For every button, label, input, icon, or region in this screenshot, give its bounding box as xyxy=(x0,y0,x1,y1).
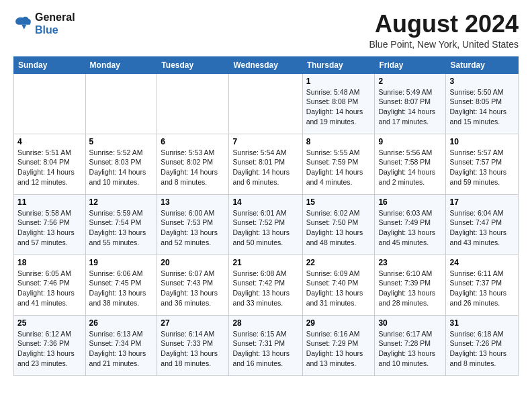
day-info: Sunrise: 5:49 AM Sunset: 8:07 PM Dayligh… xyxy=(378,87,442,127)
day-info: Sunrise: 6:07 AM Sunset: 7:43 PM Dayligh… xyxy=(161,269,225,308)
day-info: Sunrise: 5:55 AM Sunset: 7:59 PM Dayligh… xyxy=(306,148,371,187)
calendar-cell: 19Sunrise: 6:06 AM Sunset: 7:45 PM Dayli… xyxy=(85,255,157,315)
day-number: 21 xyxy=(232,258,298,267)
day-info: Sunrise: 5:59 AM Sunset: 7:54 PM Dayligh… xyxy=(89,208,154,248)
day-number: 6 xyxy=(161,137,225,146)
calendar-cell xyxy=(157,73,229,134)
calendar-cell: 15Sunrise: 6:02 AM Sunset: 7:50 PM Dayli… xyxy=(302,194,375,255)
day-number: 7 xyxy=(232,137,298,146)
day-number: 27 xyxy=(161,318,225,328)
calendar-cell: 10Sunrise: 5:57 AM Sunset: 7:57 PM Dayli… xyxy=(446,134,519,194)
calendar-cell: 9Sunrise: 5:56 AM Sunset: 7:58 PM Daylig… xyxy=(375,134,446,194)
day-info: Sunrise: 5:50 AM Sunset: 8:05 PM Dayligh… xyxy=(449,87,515,127)
day-info: Sunrise: 5:48 AM Sunset: 8:08 PM Dayligh… xyxy=(306,87,371,127)
calendar-cell: 21Sunrise: 6:08 AM Sunset: 7:42 PM Dayli… xyxy=(229,255,302,315)
day-number: 16 xyxy=(378,197,442,207)
day-number: 15 xyxy=(306,197,371,207)
location: Blue Point, New York, United States xyxy=(369,39,519,50)
logo-general: General xyxy=(35,11,75,24)
calendar-cell: 20Sunrise: 6:07 AM Sunset: 7:43 PM Dayli… xyxy=(157,255,229,315)
day-number: 3 xyxy=(449,77,515,86)
col-header-wednesday: Wednesday xyxy=(229,56,302,73)
day-number: 5 xyxy=(89,137,154,146)
day-info: Sunrise: 6:12 AM Sunset: 7:36 PM Dayligh… xyxy=(17,329,82,369)
day-number: 8 xyxy=(306,137,371,146)
day-info: Sunrise: 5:53 AM Sunset: 8:02 PM Dayligh… xyxy=(161,148,225,187)
day-info: Sunrise: 5:54 AM Sunset: 8:01 PM Dayligh… xyxy=(232,148,298,187)
day-info: Sunrise: 6:00 AM Sunset: 7:53 PM Dayligh… xyxy=(161,208,225,248)
day-number: 9 xyxy=(378,137,442,146)
day-number: 24 xyxy=(449,258,515,267)
logo-icon xyxy=(13,14,32,33)
day-number: 17 xyxy=(449,197,515,207)
logo-blue: Blue xyxy=(35,24,75,36)
calendar-cell: 3Sunrise: 5:50 AM Sunset: 8:05 PM Daylig… xyxy=(446,73,519,134)
calendar-cell: 25Sunrise: 6:12 AM Sunset: 7:36 PM Dayli… xyxy=(14,315,86,375)
day-info: Sunrise: 6:11 AM Sunset: 7:37 PM Dayligh… xyxy=(449,269,515,308)
day-number: 12 xyxy=(89,197,154,207)
day-number: 26 xyxy=(89,318,154,328)
day-info: Sunrise: 6:05 AM Sunset: 7:46 PM Dayligh… xyxy=(17,269,82,308)
calendar-week-5: 25Sunrise: 6:12 AM Sunset: 7:36 PM Dayli… xyxy=(14,315,519,375)
calendar-cell: 12Sunrise: 5:59 AM Sunset: 7:54 PM Dayli… xyxy=(85,194,157,255)
calendar-cell: 26Sunrise: 6:13 AM Sunset: 7:34 PM Dayli… xyxy=(85,315,157,375)
calendar-cell: 31Sunrise: 6:18 AM Sunset: 7:26 PM Dayli… xyxy=(446,315,519,375)
calendar-cell: 8Sunrise: 5:55 AM Sunset: 7:59 PM Daylig… xyxy=(302,134,375,194)
calendar-cell: 1Sunrise: 5:48 AM Sunset: 8:08 PM Daylig… xyxy=(302,73,375,134)
col-header-monday: Monday xyxy=(85,56,157,73)
calendar-cell: 30Sunrise: 6:17 AM Sunset: 7:28 PM Dayli… xyxy=(375,315,446,375)
day-number: 14 xyxy=(232,197,298,207)
calendar-cell: 27Sunrise: 6:14 AM Sunset: 7:33 PM Dayli… xyxy=(157,315,229,375)
day-number: 2 xyxy=(378,77,442,86)
day-info: Sunrise: 6:13 AM Sunset: 7:34 PM Dayligh… xyxy=(89,329,154,369)
day-number: 19 xyxy=(89,258,154,267)
day-info: Sunrise: 6:09 AM Sunset: 7:40 PM Dayligh… xyxy=(306,269,371,308)
day-number: 30 xyxy=(378,318,442,328)
col-header-friday: Friday xyxy=(375,56,446,73)
day-info: Sunrise: 6:15 AM Sunset: 7:31 PM Dayligh… xyxy=(232,329,298,369)
day-number: 18 xyxy=(17,258,82,267)
month-title: August 2024 xyxy=(369,11,519,38)
calendar-cell: 17Sunrise: 6:04 AM Sunset: 7:47 PM Dayli… xyxy=(446,194,519,255)
day-info: Sunrise: 6:16 AM Sunset: 7:29 PM Dayligh… xyxy=(306,329,371,369)
calendar-cell: 18Sunrise: 6:05 AM Sunset: 7:46 PM Dayli… xyxy=(14,255,86,315)
col-header-thursday: Thursday xyxy=(302,56,375,73)
page-header: General Blue August 2024 Blue Point, New… xyxy=(13,11,519,50)
day-info: Sunrise: 5:51 AM Sunset: 8:04 PM Dayligh… xyxy=(17,148,82,187)
day-number: 1 xyxy=(306,77,371,86)
day-info: Sunrise: 6:10 AM Sunset: 7:39 PM Dayligh… xyxy=(378,269,442,308)
col-header-sunday: Sunday xyxy=(14,56,86,73)
day-info: Sunrise: 5:57 AM Sunset: 7:57 PM Dayligh… xyxy=(449,148,515,187)
calendar-week-3: 11Sunrise: 5:58 AM Sunset: 7:56 PM Dayli… xyxy=(14,194,519,255)
day-info: Sunrise: 5:56 AM Sunset: 7:58 PM Dayligh… xyxy=(378,148,442,187)
day-info: Sunrise: 6:14 AM Sunset: 7:33 PM Dayligh… xyxy=(161,329,225,369)
calendar-table: SundayMondayTuesdayWednesdayThursdayFrid… xyxy=(13,56,519,376)
day-number: 10 xyxy=(449,137,515,146)
calendar-cell: 6Sunrise: 5:53 AM Sunset: 8:02 PM Daylig… xyxy=(157,134,229,194)
day-info: Sunrise: 6:17 AM Sunset: 7:28 PM Dayligh… xyxy=(378,329,442,369)
day-number: 23 xyxy=(378,258,442,267)
calendar-cell: 24Sunrise: 6:11 AM Sunset: 7:37 PM Dayli… xyxy=(446,255,519,315)
col-header-saturday: Saturday xyxy=(446,56,519,73)
calendar-cell xyxy=(229,73,302,134)
day-number: 28 xyxy=(232,318,298,328)
calendar-week-1: 1Sunrise: 5:48 AM Sunset: 8:08 PM Daylig… xyxy=(14,73,519,134)
title-block: August 2024 Blue Point, New York, United… xyxy=(369,11,519,50)
day-number: 25 xyxy=(17,318,82,328)
calendar-header-row: SundayMondayTuesdayWednesdayThursdayFrid… xyxy=(14,56,519,73)
day-number: 29 xyxy=(306,318,371,328)
day-number: 22 xyxy=(306,258,371,267)
calendar-cell: 5Sunrise: 5:52 AM Sunset: 8:03 PM Daylig… xyxy=(85,134,157,194)
calendar-cell: 2Sunrise: 5:49 AM Sunset: 8:07 PM Daylig… xyxy=(375,73,446,134)
day-number: 20 xyxy=(161,258,225,267)
calendar-cell: 23Sunrise: 6:10 AM Sunset: 7:39 PM Dayli… xyxy=(375,255,446,315)
day-info: Sunrise: 6:02 AM Sunset: 7:50 PM Dayligh… xyxy=(306,208,371,248)
day-info: Sunrise: 6:18 AM Sunset: 7:26 PM Dayligh… xyxy=(449,329,515,369)
day-info: Sunrise: 5:52 AM Sunset: 8:03 PM Dayligh… xyxy=(89,148,154,187)
calendar-cell: 4Sunrise: 5:51 AM Sunset: 8:04 PM Daylig… xyxy=(14,134,86,194)
day-number: 4 xyxy=(17,137,82,146)
logo: General Blue xyxy=(13,11,75,36)
day-info: Sunrise: 6:06 AM Sunset: 7:45 PM Dayligh… xyxy=(89,269,154,308)
calendar-cell: 28Sunrise: 6:15 AM Sunset: 7:31 PM Dayli… xyxy=(229,315,302,375)
calendar-week-2: 4Sunrise: 5:51 AM Sunset: 8:04 PM Daylig… xyxy=(14,134,519,194)
